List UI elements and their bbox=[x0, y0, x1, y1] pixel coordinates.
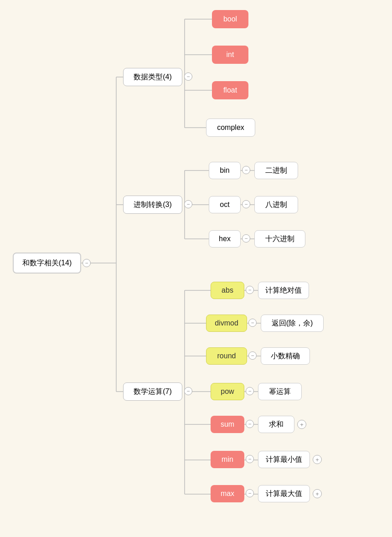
leaf-min-label: min bbox=[222, 455, 233, 464]
leaf-sum-label: sum bbox=[221, 420, 234, 429]
leaf-min-collapse[interactable]: − bbox=[246, 455, 254, 463]
leaf-hex-label: hex bbox=[219, 235, 231, 243]
leaf-round-label: round bbox=[217, 352, 236, 360]
desc-min-label: 计算最小值 bbox=[266, 455, 302, 465]
leaf-complex-label: complex bbox=[217, 124, 244, 132]
leaf-bin-collapse[interactable]: − bbox=[242, 166, 250, 174]
desc-oct: 八进制 bbox=[254, 196, 298, 213]
leaf-max-plus[interactable]: + bbox=[313, 489, 322, 498]
group-base-collapse[interactable]: − bbox=[184, 200, 192, 208]
leaf-pow: pow bbox=[211, 383, 244, 400]
leaf-bin-label: bin bbox=[220, 166, 229, 175]
desc-divmod-label: 返回(除，余) bbox=[272, 319, 313, 328]
leaf-max-collapse[interactable]: − bbox=[246, 489, 254, 497]
desc-max-label: 计算最大值 bbox=[266, 489, 302, 499]
group-math-label: 数学运算(7) bbox=[134, 387, 172, 397]
leaf-int: int bbox=[212, 46, 248, 64]
leaf-hex-collapse[interactable]: − bbox=[242, 234, 250, 243]
desc-round: 小数精确 bbox=[261, 347, 310, 365]
leaf-round: round bbox=[206, 347, 247, 365]
group-datatype-collapse[interactable]: − bbox=[184, 72, 192, 81]
leaf-sum: sum bbox=[211, 416, 244, 433]
desc-hex-label: 十六进制 bbox=[265, 234, 294, 244]
group-math-collapse[interactable]: − bbox=[184, 387, 192, 395]
leaf-divmod-collapse[interactable]: − bbox=[248, 319, 257, 327]
desc-hex: 十六进制 bbox=[254, 230, 305, 248]
leaf-pow-label: pow bbox=[221, 387, 234, 396]
leaf-complex: complex bbox=[206, 119, 255, 137]
group-base-node: 进制转换(3) bbox=[123, 196, 182, 214]
desc-divmod: 返回(除，余) bbox=[261, 315, 324, 332]
leaf-sum-collapse[interactable]: − bbox=[246, 420, 254, 428]
leaf-abs: abs bbox=[211, 282, 244, 299]
root-node: 和数字相关(14) bbox=[13, 253, 81, 274]
desc-pow-label: 幂运算 bbox=[269, 387, 291, 397]
root-collapse-btn[interactable]: − bbox=[83, 259, 91, 267]
desc-pow: 幂运算 bbox=[258, 383, 302, 400]
leaf-oct-label: oct bbox=[220, 201, 229, 209]
desc-bin: 二进制 bbox=[254, 162, 298, 179]
leaf-hex: hex bbox=[209, 230, 241, 248]
leaf-divmod-label: divmod bbox=[215, 319, 238, 327]
leaf-bool: bool bbox=[212, 10, 248, 28]
desc-sum-label: 求和 bbox=[269, 420, 284, 429]
leaf-sum-plus[interactable]: + bbox=[297, 420, 306, 429]
leaf-oct-collapse[interactable]: − bbox=[242, 200, 250, 208]
group-datatype-node: 数据类型(4) bbox=[123, 68, 182, 86]
leaf-max-label: max bbox=[221, 490, 234, 498]
leaf-float: float bbox=[212, 81, 248, 99]
desc-abs: 计算绝对值 bbox=[258, 282, 309, 299]
leaf-bool-label: bool bbox=[223, 15, 237, 23]
desc-max: 计算最大值 bbox=[258, 485, 310, 502]
desc-round-label: 小数精确 bbox=[271, 351, 300, 361]
mindmap-container: 和数字相关(14) − 数据类型(4) − bool int float com… bbox=[0, 0, 392, 537]
desc-oct-label: 八进制 bbox=[265, 200, 287, 210]
group-math-node: 数学运算(7) bbox=[123, 382, 182, 401]
leaf-max: max bbox=[211, 485, 244, 502]
leaf-int-label: int bbox=[227, 51, 234, 59]
leaf-pow-collapse[interactable]: − bbox=[246, 387, 254, 395]
leaf-oct: oct bbox=[209, 196, 241, 213]
leaf-divmod: divmod bbox=[206, 315, 247, 332]
leaf-bin: bin bbox=[209, 162, 241, 179]
leaf-abs-label: abs bbox=[222, 286, 233, 294]
desc-bin-label: 二进制 bbox=[265, 166, 287, 176]
leaf-min-plus[interactable]: + bbox=[313, 455, 322, 464]
group-datatype-label: 数据类型(4) bbox=[134, 72, 172, 82]
leaf-min: min bbox=[211, 451, 244, 468]
leaf-float-label: float bbox=[223, 86, 237, 94]
root-label: 和数字相关(14) bbox=[22, 258, 72, 268]
desc-min: 计算最小值 bbox=[258, 451, 310, 468]
leaf-abs-collapse[interactable]: − bbox=[246, 286, 254, 294]
group-base-label: 进制转换(3) bbox=[134, 200, 172, 210]
desc-sum: 求和 bbox=[258, 416, 294, 433]
leaf-round-collapse[interactable]: − bbox=[248, 351, 257, 360]
desc-abs-label: 计算绝对值 bbox=[265, 286, 302, 295]
